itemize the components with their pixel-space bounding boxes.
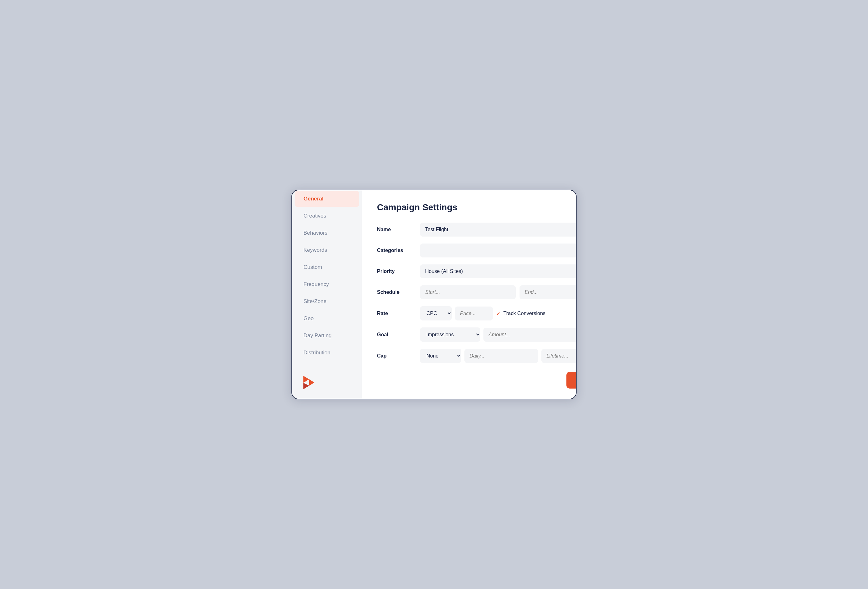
form-row-goal: Goal Impressions Clicks Conversions bbox=[377, 327, 577, 342]
main-card: General Creatives Behaviors Keywords Cus… bbox=[291, 190, 577, 399]
form-row-categories: Categories bbox=[377, 243, 577, 258]
save-button[interactable]: Save bbox=[567, 372, 577, 389]
schedule-group bbox=[420, 285, 577, 299]
rate-label: Rate bbox=[377, 311, 415, 317]
categories-label: Categories bbox=[377, 247, 415, 253]
cap-label: Cap bbox=[377, 353, 415, 359]
rate-type-select[interactable]: CPC CPM CPA bbox=[420, 306, 452, 321]
sidebar: General Creatives Behaviors Keywords Cus… bbox=[292, 190, 362, 399]
sidebar-item-keywords[interactable]: Keywords bbox=[295, 242, 359, 258]
form-row-priority: Priority bbox=[377, 264, 577, 278]
svg-marker-1 bbox=[303, 383, 309, 389]
sidebar-item-day-parting[interactable]: Day Parting bbox=[295, 328, 359, 343]
sidebar-item-site-zone[interactable]: Site/Zone bbox=[295, 293, 359, 309]
sidebar-item-general[interactable]: General bbox=[295, 191, 359, 207]
rate-group: CPC CPM CPA ✓ Track Conversions bbox=[420, 306, 577, 321]
goal-amount-input[interactable] bbox=[483, 328, 577, 342]
priority-input[interactable] bbox=[420, 264, 577, 278]
logo bbox=[292, 369, 362, 391]
footer-row: Save bbox=[377, 372, 577, 389]
priority-label: Priority bbox=[377, 268, 415, 274]
form-row-rate: Rate CPC CPM CPA ✓ Track Conversions bbox=[377, 306, 577, 321]
sidebar-item-distribution[interactable]: Distribution bbox=[295, 345, 359, 361]
page-title: Campaign Settings bbox=[377, 202, 577, 212]
check-icon: ✓ bbox=[496, 310, 501, 317]
name-input[interactable] bbox=[420, 222, 577, 237]
rate-price-input[interactable] bbox=[455, 306, 493, 321]
cap-type-select[interactable]: None Daily Lifetime bbox=[420, 349, 461, 363]
goal-type-select[interactable]: Impressions Clicks Conversions bbox=[420, 327, 480, 342]
track-conversions-group: ✓ Track Conversions bbox=[496, 310, 546, 317]
sidebar-item-custom[interactable]: Custom bbox=[295, 259, 359, 275]
sidebar-item-behaviors[interactable]: Behaviors bbox=[295, 225, 359, 241]
cap-group: None Daily Lifetime bbox=[420, 349, 577, 363]
name-label: Name bbox=[377, 227, 415, 233]
categories-input[interactable] bbox=[420, 243, 577, 258]
schedule-end-input[interactable] bbox=[520, 285, 577, 299]
sidebar-item-creatives[interactable]: Creatives bbox=[295, 208, 359, 224]
schedule-label: Schedule bbox=[377, 289, 415, 295]
form-row-cap: Cap None Daily Lifetime bbox=[377, 349, 577, 363]
form-row-name: Name bbox=[377, 222, 577, 237]
goal-label: Goal bbox=[377, 332, 415, 337]
schedule-start-input[interactable] bbox=[420, 285, 516, 299]
goal-group: Impressions Clicks Conversions bbox=[420, 327, 577, 342]
svg-marker-2 bbox=[309, 379, 314, 386]
sidebar-item-geo[interactable]: Geo bbox=[295, 311, 359, 327]
svg-marker-0 bbox=[303, 376, 309, 383]
cap-lifetime-input[interactable] bbox=[542, 349, 577, 363]
cap-daily-input[interactable] bbox=[464, 349, 538, 363]
sidebar-item-frequency[interactable]: Frequency bbox=[295, 277, 359, 292]
form-row-schedule: Schedule bbox=[377, 285, 577, 299]
track-conversions-label: Track Conversions bbox=[503, 311, 546, 317]
main-content: Campaign Settings Name Categories Priori… bbox=[362, 190, 577, 399]
